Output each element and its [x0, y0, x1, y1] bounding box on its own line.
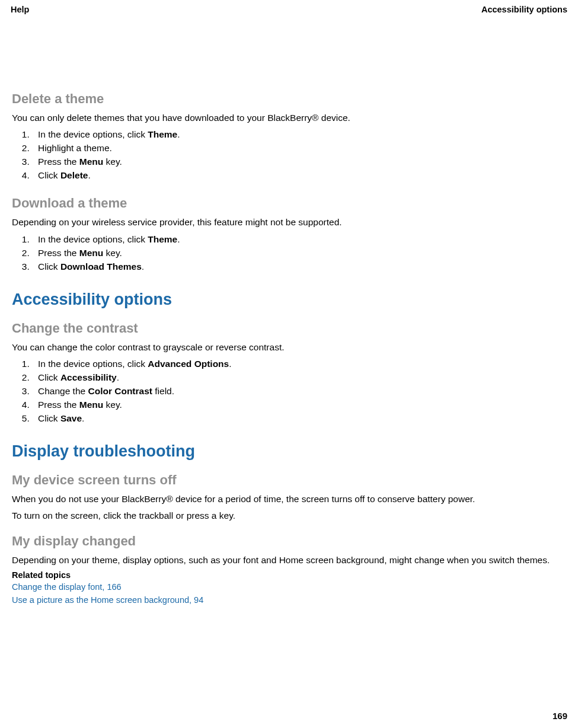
step-bold: Theme — [148, 234, 177, 244]
heading-display-troubleshooting: Display troubleshooting — [12, 442, 566, 461]
step-bold: Save — [60, 413, 82, 423]
page-number: 169 — [553, 711, 567, 721]
section-display-changed: My display changed Depending on your the… — [12, 534, 566, 606]
step-bold: Color Contrast — [88, 386, 152, 396]
step: In the device options, click Theme. — [32, 233, 566, 247]
step: Click Delete. — [32, 169, 566, 183]
heading-download-theme: Download a theme — [12, 196, 566, 211]
step-text: In the device options, click — [38, 129, 148, 139]
step-text: Highlight a theme. — [38, 143, 112, 153]
para-screen-off-1: When you do not use your BlackBerry® dev… — [12, 493, 566, 506]
header-right: Accessibility options — [481, 5, 567, 14]
steps-delete-theme: In the device options, click Theme. High… — [12, 128, 566, 183]
step: Change the Color Contrast field. — [32, 385, 566, 398]
intro-change-contrast: You can change the color contrast to gra… — [12, 341, 566, 354]
step-text: Click — [38, 413, 60, 423]
heading-delete-theme: Delete a theme — [12, 91, 566, 107]
step: Highlight a theme. — [32, 142, 566, 155]
step-bold: Delete — [60, 170, 88, 180]
step-bold: Advanced Options — [148, 359, 229, 369]
heading-screen-off: My device screen turns off — [12, 472, 566, 488]
heading-change-contrast: Change the contrast — [12, 321, 566, 336]
step-text: Press the — [38, 400, 79, 410]
step-text: In the device options, click — [38, 359, 148, 369]
step-text: Click — [38, 170, 60, 180]
steps-change-contrast: In the device options, click Advanced Op… — [12, 357, 566, 426]
section-screen-off: My device screen turns off When you do n… — [12, 472, 566, 523]
section-delete-theme: Delete a theme You can only delete theme… — [12, 91, 566, 183]
step-text: key. — [103, 248, 122, 258]
header-left: Help — [11, 5, 29, 14]
step-text: . — [177, 234, 180, 244]
heading-accessibility-options: Accessibility options — [12, 290, 566, 309]
step: In the device options, click Theme. — [32, 128, 566, 142]
related-topics-heading: Related topics — [12, 570, 566, 580]
step: Press the Menu key. — [32, 247, 566, 260]
para-screen-off-2: To turn on the screen, click the trackba… — [12, 509, 566, 522]
step: Click Download Themes. — [32, 260, 566, 274]
page-header: Help Accessibility options — [9, 5, 569, 14]
step-text: Click — [38, 372, 60, 382]
step-text: . — [88, 170, 90, 180]
step-text: . — [117, 372, 119, 382]
intro-download-theme: Depending on your wireless service provi… — [12, 216, 566, 229]
page: Help Accessibility options Delete a them… — [0, 0, 578, 728]
step-text: Change the — [38, 386, 88, 396]
step: Click Accessibility. — [32, 371, 566, 385]
step-text: . — [82, 413, 84, 423]
step-bold: Menu — [79, 400, 103, 410]
step: Press the Menu key. — [32, 398, 566, 412]
step-bold: Theme — [148, 129, 177, 139]
steps-download-theme: In the device options, click Theme. Pres… — [12, 233, 566, 274]
page-content: Delete a theme You can only delete theme… — [9, 91, 569, 606]
step: Click Save. — [32, 412, 566, 426]
step-text: key. — [103, 157, 122, 167]
step-text: . — [177, 129, 180, 139]
step: Press the Menu key. — [32, 155, 566, 169]
step-text: In the device options, click — [38, 234, 148, 244]
step: In the device options, click Advanced Op… — [32, 357, 566, 371]
section-change-contrast: Change the contrast You can change the c… — [12, 321, 566, 426]
step-text: . — [142, 261, 144, 272]
step-bold: Accessibility — [60, 372, 117, 382]
step-bold: Menu — [79, 248, 103, 258]
para-display-changed: Depending on your theme, display options… — [12, 554, 566, 567]
step-text: field. — [152, 386, 174, 396]
step-text: . — [229, 359, 231, 369]
intro-delete-theme: You can only delete themes that you have… — [12, 111, 566, 124]
step-text: key. — [103, 400, 122, 410]
step-text: Press the — [38, 157, 79, 167]
section-download-theme: Download a theme Depending on your wirel… — [12, 196, 566, 273]
step-text: Click — [38, 261, 60, 272]
step-bold: Menu — [79, 157, 103, 167]
related-link-change-font[interactable]: Change the display font, 166 — [12, 581, 566, 593]
step-text: Press the — [38, 248, 79, 258]
related-link-home-background[interactable]: Use a picture as the Home screen backgro… — [12, 594, 566, 606]
step-bold: Download Themes — [60, 261, 142, 272]
heading-display-changed: My display changed — [12, 534, 566, 549]
